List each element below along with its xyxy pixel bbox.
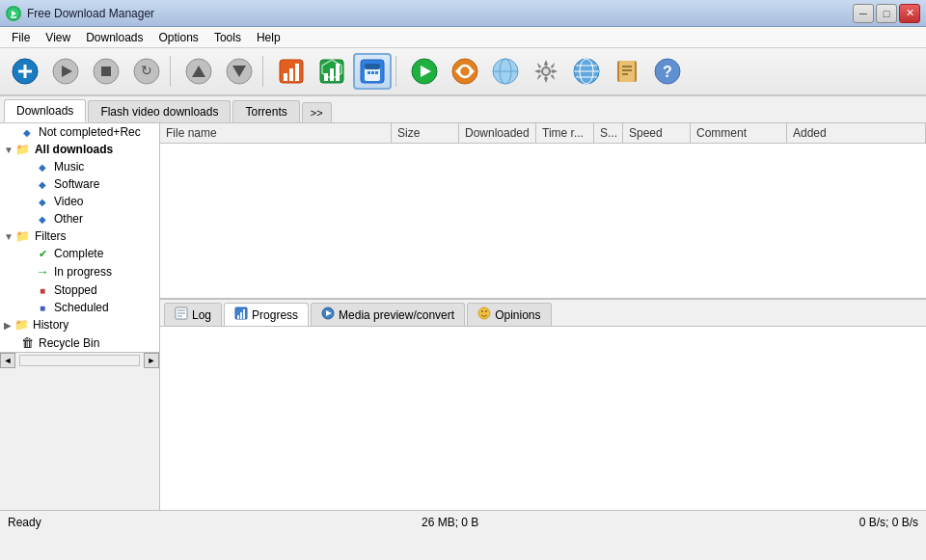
bottom-tab-opinions[interactable]: Opinions xyxy=(467,303,551,326)
sidebar-item-recycle-bin[interactable]: 🗑 Recycle Bin xyxy=(0,333,159,352)
bottom-tab-log[interactable]: Log xyxy=(164,303,222,326)
menu-downloads[interactable]: Downloads xyxy=(78,29,150,46)
toolbar: ↻ xyxy=(0,48,926,96)
media-label: Media preview/convert xyxy=(339,308,454,322)
tab-torrents[interactable]: Torrents xyxy=(232,100,299,122)
not-completed-label: Not completed+Rec xyxy=(39,125,141,139)
filters-folder-icon: 📁 xyxy=(15,229,31,243)
not-completed-icon: ◆ xyxy=(19,127,35,138)
bottom-tabs: Log Progress xyxy=(160,300,926,327)
log-label: Log xyxy=(192,308,211,322)
svg-rect-19 xyxy=(295,64,299,81)
language-button[interactable] xyxy=(486,53,525,90)
file-list-header: File name Size Downloaded Time r... S...… xyxy=(160,123,926,144)
svg-rect-9 xyxy=(101,67,111,76)
toolbar-sep-1 xyxy=(170,56,176,87)
tab-more-button[interactable]: >> xyxy=(302,102,332,122)
sidebar-item-history[interactable]: ▶ 📁 History xyxy=(0,316,159,333)
bottom-tab-progress[interactable]: Progress xyxy=(224,303,309,326)
scroll-left-button[interactable]: ◄ xyxy=(0,353,15,368)
sidebar-item-complete[interactable]: ✔ Complete xyxy=(0,245,159,262)
sidebar-item-in-progress[interactable]: → In progress xyxy=(0,262,159,281)
opinions-icon xyxy=(477,307,491,323)
book-button[interactable] xyxy=(608,53,646,90)
down-button[interactable] xyxy=(220,53,259,90)
col-speed[interactable]: Speed xyxy=(623,123,691,143)
sidebar-item-other[interactable]: ◆ Other xyxy=(0,210,159,227)
progress-label: Progress xyxy=(252,308,298,322)
history-folder-icon: 📁 xyxy=(14,318,29,332)
menu-help[interactable]: Help xyxy=(249,29,288,46)
sidebar-item-not-completed[interactable]: ◆ Not completed+Rec xyxy=(0,123,159,141)
status-speed: 0 B/s; 0 B/s xyxy=(859,516,918,529)
tab-downloads[interactable]: Downloads xyxy=(4,99,86,122)
col-added[interactable]: Added xyxy=(787,123,926,143)
tab-flash-video[interactable]: Flash video downloads xyxy=(88,100,231,122)
software-label: Software xyxy=(54,177,99,191)
svg-point-65 xyxy=(485,310,487,312)
svg-point-64 xyxy=(481,310,483,312)
maximize-button[interactable]: □ xyxy=(876,4,897,23)
menu-tools[interactable]: Tools xyxy=(206,29,249,46)
close-button[interactable]: ✕ xyxy=(899,4,920,23)
help-button[interactable]: ? xyxy=(648,53,687,90)
app-title: Free Download Manager xyxy=(27,7,853,20)
stopped-icon: ■ xyxy=(35,285,50,296)
svg-rect-47 xyxy=(619,61,635,82)
up-button[interactable] xyxy=(179,53,218,90)
svg-rect-28 xyxy=(368,71,370,74)
svg-rect-58 xyxy=(237,315,239,319)
svg-rect-18 xyxy=(289,68,293,81)
status-ready: Ready xyxy=(8,516,41,529)
menu-options[interactable]: Options xyxy=(151,29,206,46)
play-button[interactable] xyxy=(405,53,444,90)
resume-button[interactable] xyxy=(46,53,85,90)
file-list: File name Size Downloaded Time r... S...… xyxy=(160,123,926,298)
svg-rect-17 xyxy=(284,73,287,81)
title-bar: Free Download Manager ─ □ ✕ xyxy=(0,0,926,27)
scroll-track[interactable] xyxy=(19,355,140,366)
speed-limit-2-button[interactable] xyxy=(313,53,351,90)
log-icon xyxy=(175,307,188,323)
sidebar-item-filters[interactable]: ▼ 📁 Filters xyxy=(0,227,159,245)
main-content: ◆ Not completed+Rec ▼ 📁 All downloads ◆ … xyxy=(0,123,926,510)
schedule-button[interactable] xyxy=(353,53,392,90)
menu-view[interactable]: View xyxy=(38,29,78,46)
network-button[interactable] xyxy=(567,53,606,90)
menu-file[interactable]: File xyxy=(4,29,38,46)
stop-button[interactable] xyxy=(87,53,125,90)
refresh-button[interactable]: ↻ xyxy=(127,53,166,90)
sidebar: ◆ Not completed+Rec ▼ 📁 All downloads ◆ … xyxy=(0,123,160,352)
add-button[interactable] xyxy=(6,53,44,90)
scroll-right-button[interactable]: ► xyxy=(144,353,159,368)
other-label: Other xyxy=(54,212,83,226)
stopped-label: Stopped xyxy=(54,283,97,297)
col-downloaded[interactable]: Downloaded xyxy=(459,123,536,143)
sidebar-item-all-downloads[interactable]: ▼ 📁 All downloads xyxy=(0,141,159,158)
speed-limit-1-button[interactable] xyxy=(272,53,311,90)
all-downloads-label: All downloads xyxy=(35,143,113,156)
sidebar-wrapper: ◆ Not completed+Rec ▼ 📁 All downloads ◆ … xyxy=(0,123,160,510)
bottom-panel: Log Progress xyxy=(160,298,926,510)
col-timer[interactable]: Time r... xyxy=(536,123,594,143)
sidebar-item-video[interactable]: ◆ Video xyxy=(0,193,159,210)
settings-button[interactable] xyxy=(527,53,565,90)
sidebar-item-software[interactable]: ◆ Software xyxy=(0,175,159,193)
sidebar-item-stopped[interactable]: ■ Stopped xyxy=(0,281,159,299)
sidebar-item-scheduled[interactable]: ■ Scheduled xyxy=(0,299,159,316)
col-status[interactable]: S... xyxy=(594,123,623,143)
complete-icon: ✔ xyxy=(35,248,50,260)
sidebar-item-music[interactable]: ◆ Music xyxy=(0,158,159,175)
col-comment[interactable]: Comment xyxy=(691,123,787,143)
music-icon: ◆ xyxy=(35,162,50,173)
other-icon: ◆ xyxy=(35,214,50,225)
status-memory: 26 MB; 0 B xyxy=(422,516,478,529)
window-controls: ─ □ ✕ xyxy=(853,4,920,23)
recycle-bin-icon: 🗑 xyxy=(19,335,35,350)
col-filename[interactable]: File name xyxy=(160,123,392,143)
minimize-button[interactable]: ─ xyxy=(853,4,874,23)
col-size[interactable]: Size xyxy=(392,123,459,143)
convert-button[interactable] xyxy=(446,53,484,90)
toolbar-sep-2 xyxy=(262,56,268,87)
bottom-tab-media[interactable]: Media preview/convert xyxy=(311,303,465,326)
